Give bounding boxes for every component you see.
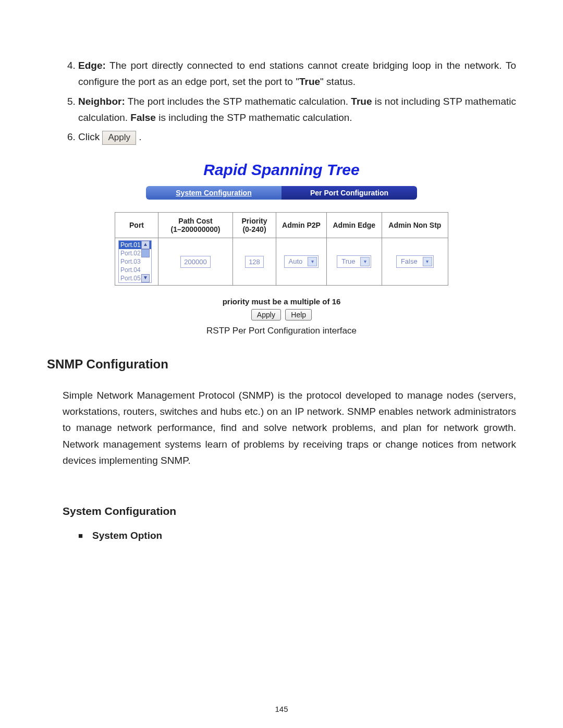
th-priority: Priority (0-240) — [233, 212, 276, 238]
ui-title: Rapid Spanning Tree — [115, 161, 448, 179]
neighbor-label: Neighbor: — [78, 96, 125, 107]
config-table: Port Path Cost (1–200000000) Priority (0… — [115, 212, 448, 286]
list-item: Port.03 — [119, 257, 151, 266]
scroll-down-icon[interactable]: ▼ — [141, 274, 150, 282]
tab-system-configuration[interactable]: System Configuration — [146, 186, 282, 200]
list-item: Port.01▲ — [119, 241, 151, 249]
pathcost-input[interactable]: 200000 — [180, 256, 210, 268]
list-item: Port.05▼ — [119, 274, 151, 282]
scroll-thumb[interactable] — [141, 249, 150, 257]
instruction-item-4: Edge: The port directly connected to end… — [78, 57, 516, 90]
instruction-item-5: Neighbor: The port includes the STP math… — [78, 93, 516, 126]
chevron-down-icon: ▾ — [308, 257, 317, 266]
chevron-down-icon: ▾ — [360, 257, 370, 266]
instruction-list: Edge: The port directly connected to end… — [47, 57, 516, 145]
system-option-item: System Option — [78, 530, 516, 541]
port-select-list[interactable]: Port.01▲ Port.02 Port.03 Port.04 Port.05… — [118, 240, 152, 283]
apply-button[interactable]: Apply — [251, 309, 281, 320]
snmp-body: Simple Network Management Protocol (SNMP… — [63, 387, 516, 469]
tab-per-port-configuration[interactable]: Per Port Configuration — [282, 186, 417, 200]
th-admin-p2p: Admin P2P — [276, 212, 327, 238]
tab-bar: System Configuration Per Port Configurat… — [146, 186, 417, 200]
list-item: Port.02 — [119, 249, 151, 257]
scroll-up-icon[interactable]: ▲ — [141, 241, 150, 249]
inline-apply-button: Apply — [102, 131, 136, 145]
system-configuration-heading: System Configuration — [63, 505, 516, 517]
rstp-ui-screenshot: Rapid Spanning Tree System Configuration… — [115, 161, 448, 320]
figure-caption: RSTP Per Port Configuration interface — [47, 326, 516, 336]
instruction-item-6: Click Apply . — [78, 129, 516, 145]
help-button[interactable]: Help — [285, 309, 312, 320]
th-pathcost: Path Cost (1–200000000) — [158, 212, 233, 238]
priority-note: priority must be a multiple of 16 — [115, 297, 448, 306]
th-admin-nonstp: Admin Non Stp — [382, 212, 448, 238]
admin-edge-select[interactable]: True ▾ — [337, 255, 371, 268]
admin-nonstp-select[interactable]: False ▾ — [396, 255, 434, 268]
edge-label: Edge: — [78, 60, 106, 71]
priority-input[interactable]: 128 — [245, 256, 264, 268]
chevron-down-icon: ▾ — [423, 257, 432, 266]
list-item: Port.04 — [119, 266, 151, 274]
page-number: 145 — [0, 705, 563, 713]
th-port: Port — [115, 212, 158, 238]
th-admin-edge: Admin Edge — [326, 212, 382, 238]
snmp-heading: SNMP Configuration — [47, 357, 516, 372]
admin-p2p-select[interactable]: Auto ▾ — [284, 255, 319, 268]
table-row: Port.01▲ Port.02 Port.03 Port.04 Port.05… — [115, 238, 448, 285]
